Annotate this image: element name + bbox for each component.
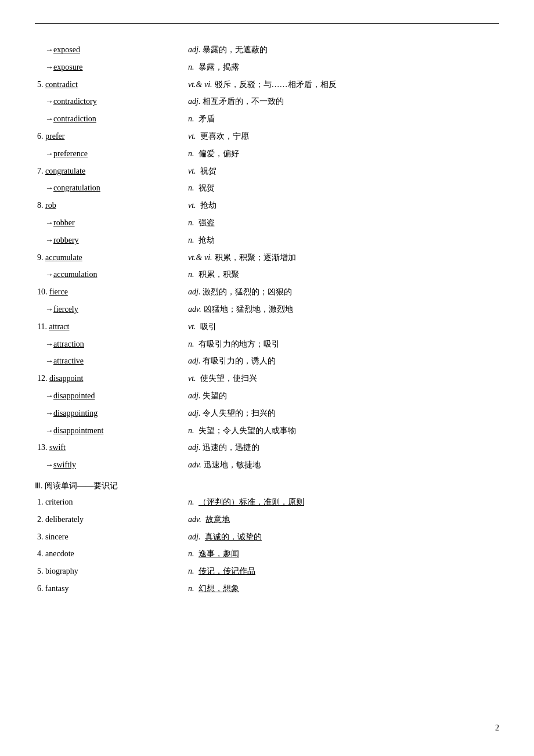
definition-cell: adv.凶猛地；猛烈地，激烈地 bbox=[186, 301, 499, 318]
word-link[interactable]: congratulate bbox=[45, 167, 85, 175]
word-cell: →attractive bbox=[35, 352, 186, 370]
table-row: 4. anecdote n. 逸事，趣闻 bbox=[35, 545, 499, 563]
pos-label: vt. bbox=[188, 167, 196, 175]
definition-cell: n. 偏爱，偏好 bbox=[186, 145, 499, 163]
word-link[interactable]: swiftly bbox=[53, 460, 76, 469]
word-link[interactable]: robber bbox=[53, 218, 75, 227]
word-link[interactable]: fierce bbox=[49, 287, 68, 296]
table-row: 6. fantasy n. 幻想，想象 bbox=[35, 580, 499, 597]
word-cell: 4. anecdote bbox=[35, 545, 186, 563]
arrow-symbol: → bbox=[45, 236, 53, 244]
word-cell: →contradictory bbox=[35, 93, 186, 110]
word-cell: →disappointment bbox=[35, 422, 186, 440]
pos-label: n. bbox=[188, 549, 194, 558]
pos-label: n. bbox=[188, 218, 194, 227]
word-text: anecdote bbox=[45, 549, 74, 558]
definition-cell: adj.暴露的，无遮蔽的 bbox=[186, 41, 499, 59]
word-cell: →swiftly bbox=[35, 456, 186, 474]
definition-cell: n. 暴露，揭露 bbox=[186, 59, 499, 76]
table-row: →attraction n. 有吸引力的地方；吸引 bbox=[35, 336, 499, 353]
word-cell: →exposure bbox=[35, 59, 186, 76]
word-cell: 6. prefer bbox=[35, 128, 186, 145]
word-cell: 5. contradict bbox=[35, 76, 186, 93]
word-link[interactable]: attract bbox=[49, 322, 69, 331]
word-cell: 10. fierce bbox=[35, 283, 186, 301]
word-link[interactable]: prefer bbox=[45, 132, 64, 141]
word-cell: →contradiction bbox=[35, 110, 186, 128]
word-link[interactable]: attraction bbox=[53, 340, 84, 348]
pos-label: adj. bbox=[188, 287, 200, 296]
pos-label: adj. bbox=[188, 45, 200, 54]
def-text: 故意地 bbox=[205, 515, 230, 524]
arrow-symbol: → bbox=[45, 149, 53, 158]
table-row: →disappointment n. 失望；令人失望的人或事物 bbox=[35, 422, 499, 440]
table-row: →exposure n. 暴露，揭露 bbox=[35, 59, 499, 76]
definition-cell: adj.有吸引力的，诱人的 bbox=[186, 352, 499, 370]
word-cell: →disappointing bbox=[35, 405, 186, 422]
word-link[interactable]: accumulate bbox=[45, 253, 82, 262]
definition-cell: n. 强盗 bbox=[186, 214, 499, 232]
word-link[interactable]: exposure bbox=[53, 63, 83, 71]
table-row: 5. biography n. 传记，传记作品 bbox=[35, 563, 499, 580]
def-text: 真诚的，诚挚的 bbox=[205, 532, 262, 541]
pos-label: n. bbox=[188, 498, 194, 506]
pos-label: adj. bbox=[188, 97, 200, 106]
word-cell: 12. disappoint bbox=[35, 370, 186, 387]
arrow-symbol: → bbox=[45, 63, 53, 71]
table-row: →robbery n. 抢劫 bbox=[35, 232, 499, 249]
definition-cell: vt. 祝贺 bbox=[186, 163, 499, 180]
definition-cell: adj.失望的 bbox=[186, 387, 499, 405]
table-row: →contradictory adj.相互矛盾的，不一致的 bbox=[35, 93, 499, 110]
arrow-symbol: → bbox=[45, 183, 53, 192]
word-link[interactable]: swift bbox=[49, 443, 66, 452]
definition-cell: vt. 抢劫 bbox=[186, 197, 499, 214]
definition-cell: vt. 更喜欢，宁愿 bbox=[186, 128, 499, 145]
arrow-symbol: → bbox=[45, 305, 53, 314]
table-row: 8. rob vt. 抢劫 bbox=[35, 197, 499, 214]
word-link[interactable]: attractive bbox=[53, 357, 84, 365]
arrow-symbol: → bbox=[45, 97, 53, 106]
word-link[interactable]: disappointment bbox=[53, 426, 103, 435]
word-cell: 6. fantasy bbox=[35, 580, 186, 597]
word-cell: 3. sincere bbox=[35, 528, 186, 546]
word-link[interactable]: disappointed bbox=[53, 391, 95, 400]
def-text: 逸事，趣闻 bbox=[199, 549, 239, 558]
word-link[interactable]: robbery bbox=[53, 236, 79, 244]
table-row: →exposed adj.暴露的，无遮蔽的 bbox=[35, 41, 499, 59]
definition-cell: adj. 真诚的，诚挚的 bbox=[186, 528, 499, 546]
pos-label: adj. bbox=[188, 391, 200, 400]
word-cell: →robbery bbox=[35, 232, 186, 249]
table-row: →congratulation n. 祝贺 bbox=[35, 179, 499, 197]
definition-cell: n. （评判的）标准，准则，原则 bbox=[186, 494, 499, 511]
pos-label: n. bbox=[188, 340, 194, 348]
reading-vocab-table: 1. criterion n. （评判的）标准，准则，原则 2. deliber… bbox=[35, 494, 499, 597]
table-row: →swiftly adv.迅速地，敏捷地 bbox=[35, 456, 499, 474]
word-cell: 1. criterion bbox=[35, 494, 186, 511]
word-link[interactable]: disappoint bbox=[49, 374, 83, 383]
word-link[interactable]: contradictory bbox=[53, 97, 97, 106]
pos-label: adv. bbox=[188, 305, 201, 314]
table-row: →disappointed adj.失望的 bbox=[35, 387, 499, 405]
definition-cell: n. 传记，传记作品 bbox=[186, 563, 499, 580]
table-row: →contradiction n. 矛盾 bbox=[35, 110, 499, 128]
pos-label: vt.& vi. bbox=[188, 80, 212, 89]
pos-label: adj. bbox=[188, 443, 200, 452]
word-link[interactable]: contradict bbox=[45, 80, 78, 89]
pos-label: n. bbox=[188, 270, 194, 279]
word-link[interactable]: contradiction bbox=[53, 114, 96, 123]
word-link[interactable]: rob bbox=[45, 201, 56, 210]
def-text: 传记，传记作品 bbox=[199, 567, 255, 575]
word-link[interactable]: preference bbox=[53, 149, 88, 158]
arrow-symbol: → bbox=[45, 45, 53, 54]
arrow-symbol: → bbox=[45, 357, 53, 365]
word-link[interactable]: congratulation bbox=[53, 183, 100, 192]
word-link[interactable]: disappointing bbox=[53, 409, 98, 417]
table-row: 9. accumulate vt.& vi.积累，积聚；逐渐增加 bbox=[35, 249, 499, 267]
table-row: 11. attract vt. 吸引 bbox=[35, 318, 499, 336]
word-link[interactable]: fiercely bbox=[53, 305, 78, 314]
word-link[interactable]: exposed bbox=[53, 45, 80, 54]
word-link[interactable]: accumulation bbox=[53, 270, 97, 279]
definition-cell: vt.& vi.驳斥，反驳；与……相矛盾，相反 bbox=[186, 76, 499, 93]
pos-label: n. bbox=[188, 183, 194, 192]
arrow-symbol: → bbox=[45, 391, 53, 400]
